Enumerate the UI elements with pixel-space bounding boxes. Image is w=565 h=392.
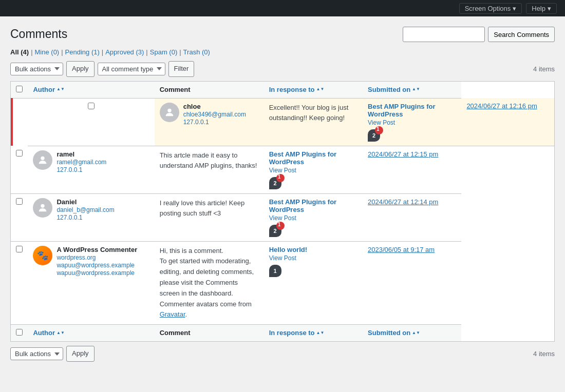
row-checkbox-cell: [28, 98, 154, 146]
submitted-date-link[interactable]: 2023/06/05 at 9:17 am: [368, 246, 435, 253]
author-cell: Danieldaniel_b@gmail.com127.0.0.1: [28, 193, 154, 241]
main-content: Comments Search Comments All (4) Mine (0…: [0, 16, 565, 372]
bulk-actions-select-top[interactable]: Bulk actions: [10, 63, 63, 75]
row-checkbox[interactable]: [16, 246, 23, 252]
author-ip[interactable]: 127.0.0.1: [183, 119, 209, 126]
row-checkbox[interactable]: [88, 103, 95, 109]
comment-text: Excellent!! Your blog is just outstandin…: [269, 103, 357, 124]
view-post-link[interactable]: View Post: [269, 214, 357, 222]
col-response-label: In response to: [269, 86, 315, 93]
author-details: A WordPress Commenterwordpress.orgwapuu@…: [56, 246, 137, 277]
header-author: Author ▲▼: [28, 81, 154, 98]
response-cell: Hello world!View Post1: [264, 241, 363, 325]
comments-table: Author ▲▼ Comment In response to ▲▼ Subm…: [10, 81, 555, 342]
response-title-link[interactable]: Hello world!: [269, 246, 307, 253]
bulk-apply-button-bottom[interactable]: Apply: [66, 346, 95, 362]
gravatar-link[interactable]: Gravatar: [160, 310, 185, 318]
bubble-container[interactable]: 21: [269, 225, 281, 237]
svg-point-2: [41, 204, 45, 207]
filter-mine[interactable]: Mine (0): [35, 48, 60, 56]
sort-author-link-bottom[interactable]: Author ▲▼: [33, 329, 149, 337]
author-name: A WordPress Commenter: [56, 246, 137, 253]
footer-checkbox-cell: [11, 325, 28, 342]
author-name: chloe: [183, 103, 201, 110]
author-cell: 🐾A WordPress Commenterwordpress.orgwapuu…: [28, 241, 154, 325]
comment-bubble: 21: [269, 177, 281, 189]
comment-type-select[interactable]: All comment type: [98, 63, 165, 75]
filter-trash[interactable]: Trash (0): [183, 48, 210, 56]
author-details: Danieldaniel_b@gmail.com127.0.0.1: [56, 198, 114, 221]
pending-bubble: 1: [276, 174, 285, 182]
filter-pending[interactable]: Pending (1): [65, 48, 100, 56]
search-comments-button[interactable]: Search Comments: [488, 27, 555, 42]
author-ip[interactable]: 127.0.0.1: [56, 214, 82, 221]
screen-options-chevron-icon: ▾: [513, 5, 516, 12]
author-info-wrap: 🐾A WordPress Commenterwordpress.orgwapuu…: [33, 246, 149, 277]
comment-text: This artcle made it easy to understand A…: [160, 150, 259, 172]
select-all-checkbox-bottom[interactable]: [16, 329, 23, 336]
col-comment-label: Comment: [160, 86, 191, 93]
view-post-link[interactable]: View Post: [269, 167, 357, 174]
row-checkbox[interactable]: [16, 198, 23, 205]
comment-cell: I really love this article! Keep posting…: [155, 193, 264, 241]
avatar: [160, 103, 179, 122]
view-post-link[interactable]: View Post: [368, 119, 456, 126]
bubble-container[interactable]: 21: [368, 129, 380, 142]
author-ip[interactable]: wapuu@wordpress.example: [56, 262, 135, 269]
comment-line3: Commenter avatars come from Gravatar.: [160, 299, 259, 321]
pending-bubble: 1: [276, 222, 285, 230]
bulk-actions-select-bottom[interactable]: Bulk actions: [10, 347, 63, 360]
view-post-link[interactable]: View Post: [269, 254, 357, 262]
header-submitted: Submitted on ▲▼: [363, 81, 461, 98]
bubble-container[interactable]: 21: [269, 177, 281, 189]
author-name: ramel: [56, 150, 74, 158]
avatar: [33, 150, 52, 170]
bubble-wrap: 21: [269, 177, 357, 189]
author-email[interactable]: ramel@gmail.com: [56, 159, 106, 166]
search-input[interactable]: [403, 27, 485, 42]
bubble-container[interactable]: 1: [269, 265, 281, 277]
author-email[interactable]: daniel_b@gmail.com: [56, 206, 114, 213]
sort-author-icon-bottom: ▲▼: [56, 331, 65, 335]
comment-line2: To get started with moderating, editing,…: [160, 256, 259, 299]
col-response-label-bottom: In response to: [269, 329, 315, 337]
help-button[interactable]: Help ▾: [526, 3, 557, 14]
bulk-apply-button-top[interactable]: Apply: [66, 61, 95, 77]
author-ip[interactable]: 127.0.0.1: [56, 166, 82, 173]
submitted-date-link[interactable]: 2024/06/27 at 12:14 pm: [368, 198, 438, 206]
submitted-date-link[interactable]: 2024/06/27 at 12:15 pm: [368, 150, 438, 158]
filter-spam[interactable]: Spam (0): [150, 48, 177, 56]
bubble-wrap: 21: [269, 225, 357, 237]
sort-submitted-link[interactable]: Submitted on ▲▼: [368, 86, 456, 93]
filter-all[interactable]: All (4): [10, 48, 29, 56]
screen-options-button[interactable]: Screen Options ▾: [459, 3, 522, 14]
author-email[interactable]: wordpress.org: [56, 254, 96, 261]
author-extra[interactable]: wapuu@wordpress.example: [56, 269, 135, 277]
filter-button[interactable]: Filter: [168, 61, 195, 77]
sort-response-link[interactable]: In response to ▲▼: [269, 86, 357, 93]
table-row: chloechloe3496@gmail.com127.0.0.1Excelle…: [11, 98, 555, 146]
response-title-link[interactable]: Best AMP Plugins for WordPress: [368, 103, 435, 118]
author-name: Daniel: [56, 198, 77, 206]
select-all-checkbox-top[interactable]: [16, 86, 23, 92]
sort-response-icon-bottom: ▲▼: [316, 331, 325, 335]
response-title-link[interactable]: Best AMP Plugins for WordPress: [269, 150, 336, 166]
submitted-cell: 2024/06/27 at 12:16 pm: [461, 98, 554, 146]
sort-author-icon: ▲▼: [56, 87, 65, 91]
response-title-link[interactable]: Best AMP Plugins for WordPress: [269, 198, 336, 213]
author-details: chloechloe3496@gmail.com127.0.0.1: [183, 103, 246, 126]
tablenav-top: Bulk actions Apply All comment type Filt…: [10, 61, 555, 77]
comment-cell: Hi, this is a comment.To get started wit…: [155, 241, 264, 325]
submitted-date-link[interactable]: 2024/06/27 at 12:16 pm: [466, 102, 537, 110]
sort-submitted-link-bottom[interactable]: Submitted on ▲▼: [368, 329, 456, 337]
author-email[interactable]: chloe3496@gmail.com: [183, 111, 246, 118]
row-checkbox-cell: [11, 193, 28, 241]
tablenav-bottom: Bulk actions Apply 4 items: [10, 346, 555, 362]
items-count-top: 4 items: [533, 65, 555, 73]
row-checkbox[interactable]: [16, 150, 23, 156]
col-submitted-label-bottom: Submitted on: [368, 329, 410, 337]
col-submitted-label: Submitted on: [368, 86, 410, 93]
filter-approved[interactable]: Approved (3): [105, 48, 144, 56]
sort-response-link-bottom[interactable]: In response to ▲▼: [269, 329, 357, 337]
sort-author-link[interactable]: Author ▲▼: [33, 86, 149, 93]
